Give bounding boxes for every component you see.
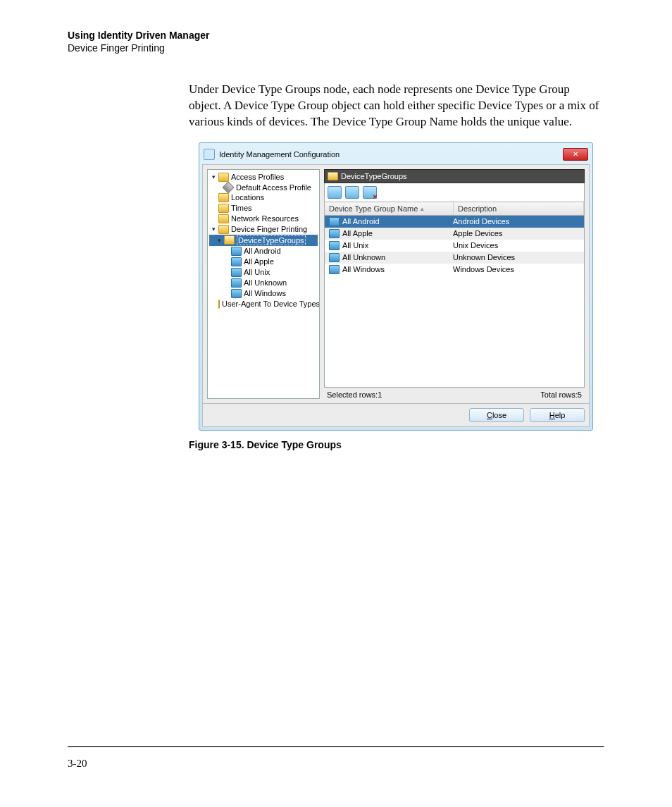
footer-rule	[68, 746, 604, 748]
cell-name: All Unix	[329, 241, 453, 250]
right-panel: DeviceTypeGroups Device Type Group Name …	[324, 169, 585, 399]
header-title: Using Identity Driven Manager	[68, 30, 604, 41]
dialog-title: Identity Management Configuration	[219, 150, 563, 159]
device-group-icon	[329, 217, 340, 226]
tree-item[interactable]: Default Access Profile	[209, 183, 318, 192]
figure-caption: Figure 3-15. Device Type Groups	[189, 439, 604, 450]
tree-item[interactable]: ▾DeviceTypeGroups	[209, 235, 318, 246]
cell-description: Unix Devices	[453, 241, 580, 250]
cell-name-label: All Android	[342, 217, 380, 226]
column-header-description[interactable]: Description	[454, 202, 584, 215]
cell-name: All Unknown	[329, 253, 453, 262]
device-group-icon	[329, 253, 340, 262]
selected-rows-label: Selected rows:1	[327, 390, 382, 399]
tree-expand-toggle[interactable]: ▾	[211, 226, 216, 233]
cell-name-label: All Windows	[342, 265, 385, 273]
total-rows-label: Total rows:5	[540, 390, 582, 399]
tree-expand-toggle[interactable]: ▾	[211, 173, 216, 180]
tree-item[interactable]: All Apple	[209, 257, 318, 267]
tree-item[interactable]: User-Agent To Device Types	[209, 299, 318, 309]
folder-open-icon	[328, 172, 338, 180]
tree-item-label: Locations	[231, 193, 264, 202]
device-group-icon	[329, 265, 340, 274]
page-header: Using Identity Driven Manager Device Fin…	[68, 30, 604, 54]
table-row[interactable]: All UnknownUnknown Devices	[325, 252, 584, 264]
tree-item[interactable]: Network Resources	[209, 214, 318, 224]
dialog-titlebar[interactable]: Identity Management Configuration ✕	[202, 146, 590, 164]
tree-item-label: All Windows	[244, 289, 286, 297]
profile-icon	[223, 181, 235, 193]
device-group-icon	[231, 257, 242, 266]
column-header-name[interactable]: Device Type Group Name ▴	[325, 202, 454, 215]
column-header-name-label: Device Type Group Name	[329, 204, 418, 213]
cell-name: All Apple	[329, 229, 453, 238]
tree-item[interactable]: Times	[209, 203, 318, 214]
table-row[interactable]: All UnixUnix Devices	[325, 240, 584, 252]
tree-item-label: Access Profiles	[231, 173, 284, 181]
tree-item[interactable]: ▾Access Profiles	[209, 172, 318, 183]
dialog-body: ▾Access ProfilesDefault Access ProfileLo…	[202, 164, 590, 404]
tree-item-label: DeviceTypeGroups	[237, 235, 306, 245]
toolbar-edit-button[interactable]	[345, 186, 359, 199]
cell-name-label: All Apple	[342, 229, 373, 238]
table-header: Device Type Group Name ▴ Description	[324, 202, 585, 216]
tree-item[interactable]: ▾Device Finger Printing	[209, 224, 318, 235]
tree-item-label: User-Agent To Device Types	[222, 300, 320, 308]
toolbar-new-button[interactable]	[328, 186, 342, 199]
breadcrumb-bar: DeviceTypeGroups	[324, 169, 585, 183]
cell-name-label: All Unknown	[342, 253, 385, 261]
dialog-window: Identity Management Configuration ✕ ▾Acc…	[199, 142, 593, 431]
tree-item[interactable]: Locations	[209, 192, 318, 203]
tree-item[interactable]: All Windows	[209, 288, 318, 299]
help-button-label: Help	[549, 411, 566, 419]
table-row[interactable]: All WindowsWindows Devices	[325, 264, 584, 276]
toolbar	[324, 183, 585, 202]
tree-panel[interactable]: ▾Access ProfilesDefault Access ProfileLo…	[207, 169, 320, 399]
tree-item-label: Device Finger Printing	[231, 225, 307, 233]
figure-screenshot: Identity Management Configuration ✕ ▾Acc…	[199, 142, 604, 431]
folder-icon	[218, 193, 229, 202]
close-icon: ✕	[573, 150, 578, 158]
device-group-icon	[329, 241, 340, 250]
cell-description: Windows Devices	[453, 265, 580, 273]
tree-item[interactable]: All Android	[209, 246, 318, 257]
body-paragraph: Under Device Type Groups node, each node…	[189, 82, 604, 130]
tree-item[interactable]: All Unix	[209, 267, 318, 278]
folder-icon	[218, 173, 229, 182]
dialog-button-bar: Close Help	[202, 404, 590, 427]
tree-item-label: Network Resources	[231, 214, 299, 223]
table-row[interactable]: All AndroidAndroid Devices	[325, 216, 584, 228]
tree-item-label: All Unknown	[244, 278, 287, 287]
breadcrumb-label: DeviceTypeGroups	[341, 172, 407, 180]
tree-item-label: Times	[231, 204, 252, 212]
close-button-label: Close	[487, 411, 506, 419]
table-row[interactable]: All AppleApple Devices	[325, 228, 584, 240]
cell-description: Apple Devices	[453, 229, 580, 238]
device-group-icon	[231, 289, 242, 298]
folder-icon	[218, 204, 229, 213]
tree-item-label: All Android	[244, 247, 281, 255]
device-group-icon	[329, 229, 340, 238]
folder-open-icon	[224, 235, 235, 245]
tree-expand-toggle[interactable]: ▾	[216, 237, 222, 244]
device-group-icon	[231, 268, 242, 277]
sort-ascending-icon: ▴	[421, 205, 424, 212]
cell-name-label: All Unix	[342, 241, 368, 250]
toolbar-delete-button[interactable]	[363, 186, 377, 199]
folder-icon	[218, 300, 220, 309]
help-button[interactable]: Help	[530, 408, 585, 422]
device-group-icon	[231, 247, 242, 256]
table-body[interactable]: All AndroidAndroid DevicesAll AppleApple…	[324, 216, 585, 388]
window-close-button[interactable]: ✕	[563, 148, 588, 161]
cell-description: Android Devices	[453, 217, 580, 226]
tree: ▾Access ProfilesDefault Access ProfileLo…	[208, 170, 319, 312]
cell-description: Unknown Devices	[453, 253, 580, 261]
cell-name: All Windows	[329, 265, 453, 274]
close-button[interactable]: Close	[469, 408, 524, 422]
page-number: 3-20	[68, 758, 604, 770]
cell-name: All Android	[329, 217, 453, 226]
header-subtitle: Device Finger Printing	[68, 42, 604, 54]
tree-item-label: All Unix	[244, 268, 270, 276]
tree-item-label: All Apple	[244, 257, 274, 266]
tree-item[interactable]: All Unknown	[209, 278, 318, 288]
